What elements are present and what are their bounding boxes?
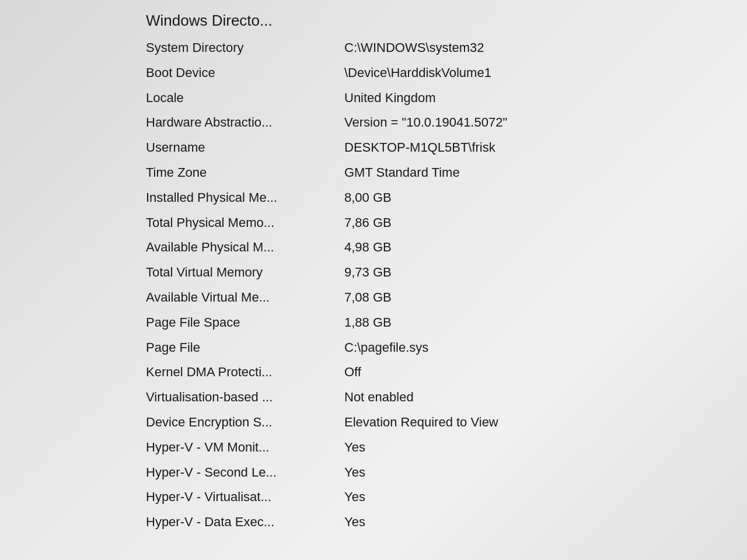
row-value: Not enabled [344,385,671,410]
row-value: 1,88 GB [344,310,671,335]
info-table-wrapper: System DirectoryC:\WINDOWS\system32Boot … [146,36,671,535]
row-value: Elevation Required to View [344,410,671,435]
row-value: 8,00 GB [344,186,671,211]
row-value: Yes [344,510,671,535]
row-value: Version = "10.0.19041.5072" [344,110,671,135]
table-row: LocaleUnited Kingdom [146,86,671,111]
row-label: Total Physical Memo... [146,211,344,236]
row-label: Boot Device [146,61,344,86]
row-label: Page File Space [146,310,344,335]
table-row: Hyper-V - VM Monit...Yes [146,435,671,460]
row-label: Hardware Abstractio... [146,110,344,135]
table-row: Time ZoneGMT Standard Time [146,160,671,186]
row-value: Yes [344,485,671,510]
row-label: Hyper-V - Virtualisat... [146,485,344,510]
row-value: 9,73 GB [344,260,671,285]
row-value: Off [344,360,671,385]
table-row: Total Virtual Memory9,73 GB [146,260,671,285]
table-row: Total Physical Memo...7,86 GB [146,211,671,236]
table-row: Page File Space1,88 GB [146,310,671,335]
row-label: Hyper-V - Data Exec... [146,510,344,535]
table-row: Kernel DMA Protecti...Off [146,360,671,385]
table-row: Device Encryption S...Elevation Required… [146,410,671,435]
row-value: 7,08 GB [344,285,671,310]
row-value: \Device\HarddiskVolume1 [344,61,671,86]
table-row: Installed Physical Me...8,00 GB [146,186,671,211]
row-value: Yes [344,460,671,485]
row-value: DESKTOP-M1QL5BT\frisk [344,135,671,160]
row-label: Total Virtual Memory [146,260,344,285]
row-label: Virtualisation-based ... [146,385,344,410]
row-value: C:\pagefile.sys [344,335,671,360]
row-value: United Kingdom [344,86,671,111]
row-value: Yes [344,435,671,460]
system-info-table: System DirectoryC:\WINDOWS\system32Boot … [146,36,671,535]
table-row: Hyper-V - Second Le...Yes [146,460,671,485]
table-row: Page FileC:\pagefile.sys [146,335,671,360]
row-label: Device Encryption S... [146,410,344,435]
table-row: Available Physical M...4,98 GB [146,235,671,260]
row-value: GMT Standard Time [344,160,671,186]
row-label: Time Zone [146,160,344,186]
table-row: Hardware Abstractio...Version = "10.0.19… [146,110,671,135]
table-row: Virtualisation-based ...Not enabled [146,385,671,410]
row-label: Available Virtual Me... [146,285,344,310]
table-row: Hyper-V - Data Exec...Yes [146,510,671,535]
system-info-panel: Windows Directo... System DirectoryC:\WI… [53,0,694,558]
row-label: Installed Physical Me... [146,186,344,211]
row-label: Hyper-V - VM Monit... [146,435,344,460]
table-row: UsernameDESKTOP-M1QL5BT\frisk [146,135,671,160]
row-label: Hyper-V - Second Le... [146,460,344,485]
table-row: Hyper-V - Virtualisat...Yes [146,485,671,510]
row-value: 4,98 GB [344,235,671,260]
row-label: Username [146,135,344,160]
table-row: Available Virtual Me...7,08 GB [146,285,671,310]
partial-header: Windows Directo... [146,12,671,34]
row-label: System Directory [146,36,344,61]
table-row: Boot Device\Device\HarddiskVolume1 [146,61,671,86]
row-label: Locale [146,86,344,111]
row-label: Page File [146,335,344,360]
row-value: C:\WINDOWS\system32 [344,36,671,61]
table-row: System DirectoryC:\WINDOWS\system32 [146,36,671,61]
row-label: Kernel DMA Protecti... [146,360,344,385]
row-value: 7,86 GB [344,211,671,236]
row-label: Available Physical M... [146,235,344,260]
